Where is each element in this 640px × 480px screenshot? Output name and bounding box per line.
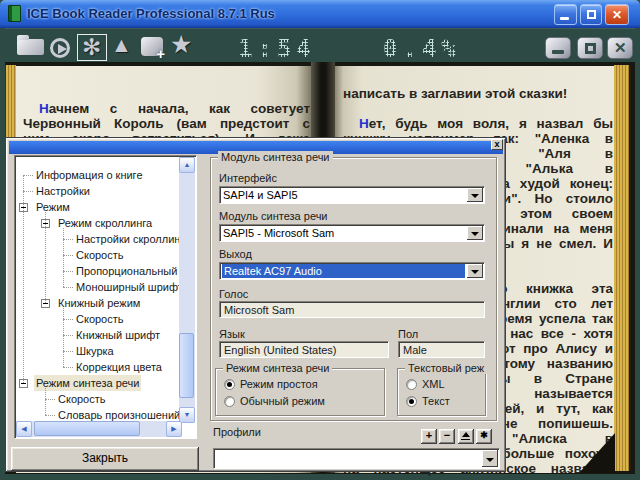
tree-item-режим-синтеза-речи[interactable]: Режим синтеза речи (16, 375, 181, 391)
book-text-line: Начнем с начала, как советует (23, 101, 310, 116)
tree-item-label: Пропорциональный ш (74, 263, 181, 279)
chevron-down-icon (471, 270, 479, 274)
scroll-left-button[interactable]: ◀ (16, 421, 32, 437)
tree-item-label: Режим (34, 199, 72, 215)
maximize-button[interactable] (580, 4, 602, 25)
add-book-icon[interactable] (141, 37, 163, 56)
close-icon: ✕ (612, 8, 622, 22)
save-profile-button[interactable] (458, 429, 474, 444)
tree-item-моноширный-шрифт[interactable]: Моноширный шрифт (16, 279, 181, 295)
favorites-star-icon[interactable]: ★ (170, 30, 192, 59)
radio-normal-mode[interactable]: Обычный режим (224, 395, 325, 409)
toolbar-minimize-button[interactable] (545, 37, 571, 59)
tree-item-label: Шкурка (74, 343, 116, 359)
profiles-select[interactable] (213, 448, 500, 469)
radio-idle-mode[interactable]: Режим простоя (224, 378, 318, 392)
book-text-line: Нет, будь моя воля, я назвал бы (343, 116, 613, 131)
page-corner-fold (579, 433, 615, 473)
tree-item-скорость[interactable]: Скорость (16, 391, 181, 407)
tree-item-label: Коррекция цвета (74, 359, 164, 375)
tree-item-настройки-скроллин[interactable]: Настройки скроллин (16, 231, 181, 247)
chevron-down-icon (471, 232, 479, 236)
tree-line (63, 255, 73, 256)
group-title: Текстовый реж (405, 362, 487, 374)
output-select[interactable]: Realtek AC97 Audio (219, 262, 485, 280)
window-title: ICE Book Reader Professional 8.7.1 Rus (27, 6, 275, 21)
tree-line (45, 212, 46, 303)
open-folder-icon[interactable] (17, 39, 44, 55)
tree-rows: Информация о книгеНастройкиРежимРежим ск… (16, 157, 181, 423)
synthesis-mode-group: Режим синтеза речи Режим простоя Обычный… (215, 368, 385, 416)
minimize-icon (552, 50, 564, 54)
tree-item-книжный-шрифт[interactable]: Книжный шрифт (16, 327, 181, 343)
tree-line (63, 335, 73, 336)
profiles-label: Профили (213, 426, 261, 438)
interface-label: Интерфейс (219, 172, 277, 184)
tree-line (23, 175, 33, 176)
settings-button-active[interactable]: ✻ (77, 34, 107, 61)
tree-item-режим[interactable]: Режим (16, 199, 181, 215)
book-text-line: Червонный Король (вам предстоит с (23, 116, 310, 131)
book-text-line (343, 101, 613, 116)
minimize-button[interactable] (554, 4, 577, 25)
text-mode-group: Текстовый реж XML Текст (397, 368, 486, 416)
speech-module-group: Модуль синтеза речи Интерфейс SAPI4 и SA… (210, 157, 497, 421)
dropdown-button[interactable] (467, 188, 483, 202)
gender-field: Male (398, 341, 485, 358)
group-title: Модуль синтеза речи (218, 151, 333, 163)
close-dialog-button[interactable]: Закрыть (11, 447, 199, 471)
main-toolbar: ✻ ▲ ★ 1:54 0.4% ✕ (5, 28, 635, 62)
toolbar-close-button[interactable]: ✕ (607, 37, 633, 59)
tree-item-пропорциональный-ш[interactable]: Пропорциональный ш (16, 263, 181, 279)
tree-item-label: Режим скроллинга (56, 215, 154, 231)
tree-item-режим-скроллинга[interactable]: Режим скроллинга (16, 215, 181, 231)
scroll-thumb[interactable] (34, 421, 140, 436)
tree-line (63, 239, 73, 240)
eject-triangle-icon[interactable]: ▲ (111, 33, 132, 57)
tree-item-label: Скорость (56, 391, 108, 407)
tree-line (63, 228, 64, 287)
tree-item-label: Настройки скроллин (74, 231, 181, 247)
tree-item-label: Скорость (74, 247, 126, 263)
tree-item-информация-о-книге[interactable]: Информация о книге (16, 167, 181, 183)
dialog-close-button[interactable]: x (491, 139, 503, 150)
radio-label: XML (422, 378, 445, 390)
save-icon-line (461, 439, 470, 440)
tree-item-шкурка[interactable]: Шкурка (16, 343, 181, 359)
play-icon[interactable] (50, 38, 70, 58)
tree-line (63, 271, 73, 272)
interface-select[interactable]: SAPI4 и SAPI5 (219, 186, 485, 204)
lcd-time-display: 1:54 (238, 35, 316, 63)
add-profile-button[interactable]: + (421, 429, 437, 444)
remove-profile-button[interactable]: − (439, 429, 455, 444)
restore-icon (585, 43, 596, 54)
tree-item-label: Информация о книге (34, 167, 145, 183)
voice-field: Microsoft Sam (219, 301, 485, 318)
radio-xml[interactable]: XML (406, 378, 445, 392)
dropdown-button[interactable] (482, 450, 498, 467)
tree-item-скорость[interactable]: Скорость (16, 247, 181, 263)
radio-text[interactable]: Текст (406, 395, 450, 409)
toolbar-restore-button[interactable] (577, 37, 603, 59)
tree-item-коррекция-цвета[interactable]: Коррекция цвета (16, 359, 181, 375)
output-value: Realtek AC97 Audio (222, 264, 465, 278)
scroll-right-button[interactable]: ▶ (166, 421, 182, 437)
close-button[interactable]: ✕ (605, 4, 629, 25)
scroll-thumb[interactable] (179, 333, 194, 398)
module-select[interactable]: SAPI5 - Microsoft Sam (219, 224, 485, 242)
tree-line (63, 367, 73, 368)
tree-item-label: Моноширный шрифт (74, 279, 181, 295)
tree-item-настройки[interactable]: Настройки (16, 183, 181, 199)
tree-vertical-scrollbar[interactable]: ▲ ▼ (179, 157, 195, 423)
dropdown-button[interactable] (467, 226, 483, 240)
scroll-up-button[interactable]: ▲ (179, 157, 195, 173)
module-label: Модуль синтеза речи (219, 210, 328, 222)
tree-horizontal-scrollbar[interactable]: ◀ ▶ (16, 421, 182, 437)
dropdown-button[interactable] (467, 264, 483, 278)
tree-item-книжный-режим[interactable]: Книжный режим (16, 295, 181, 311)
tree-item-скорость[interactable]: Скорость (16, 311, 181, 327)
profile-options-button[interactable]: ✱ (476, 429, 492, 444)
tree-line (63, 319, 73, 320)
chevron-down-icon (471, 194, 479, 198)
app-icon (8, 5, 21, 22)
